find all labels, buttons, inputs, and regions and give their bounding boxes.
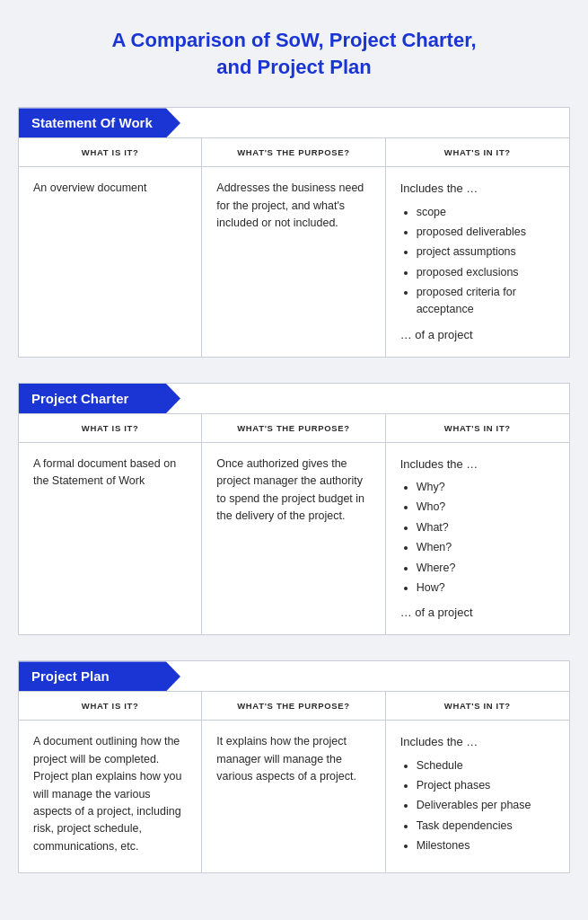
list-item: What? [417,519,555,536]
page-title: A Comparison of SoW, Project Charter, an… [18,27,570,80]
section-charter-title-wrapper: Project Charter [19,384,569,414]
section-sow-includes-label: Includes the … [400,180,555,198]
section-charter-title: Project Charter [19,384,180,413]
list-item: project assumptions [417,243,555,261]
section-charter-col1-content: A formal document based on the Statement… [19,443,202,635]
section-sow-col3-header: WHAT'S IN IT? [386,138,569,167]
list-item: Why? [417,479,555,496]
section-sow-header-row: WHAT IS IT?WHAT'S THE PURPOSE?WHAT'S IN … [19,138,569,167]
title-line1: A Comparison of SoW, Project Charter, [111,29,476,51]
list-item: Project phases [417,777,555,794]
list-item: Where? [417,560,555,577]
section-charter-header-row: WHAT IS IT?WHAT'S THE PURPOSE?WHAT'S IN … [19,414,569,443]
section-plan-items-list: ScheduleProject phasesDeliverables per p… [417,757,555,855]
section-plan-col2-header: WHAT'S THE PURPOSE? [202,692,385,721]
list-item: How? [417,579,555,597]
section-plan-title-wrapper: Project Plan [19,661,569,692]
section-charter-col2-content: Once authorized gives the project manage… [202,443,385,635]
section-plan-header-row: WHAT IS IT?WHAT'S THE PURPOSE?WHAT'S IN … [19,692,569,721]
section-plan: Project PlanWHAT IS IT?WHAT'S THE PURPOS… [18,660,570,873]
list-item: Who? [417,499,555,516]
section-plan-includes-label: Includes the … [400,733,555,751]
section-charter-col2-header: WHAT'S THE PURPOSE? [202,414,385,443]
section-plan-col2-content: It explains how the project manager will… [202,721,385,872]
list-item: proposed deliverables [417,224,555,241]
section-charter-col3-header: WHAT'S IN IT? [386,414,569,443]
list-item: Milestones [417,837,555,854]
section-sow-title: Statement Of Work [19,108,180,137]
section-charter-col3-content: Includes the …Why?Who?What?When?Where?Ho… [386,443,569,635]
section-sow-col1-content: An overview document [19,167,202,357]
section-charter-col1-header: WHAT IS IT? [19,414,202,443]
section-sow-footer: … of a project [400,326,555,344]
section-charter-content-row: A formal document based on the Statement… [19,443,569,635]
section-charter-items-list: Why?Who?What?When?Where?How? [417,479,555,597]
section-plan-col1-header: WHAT IS IT? [19,692,202,721]
section-charter-footer: … of a project [400,604,555,622]
section-plan-col3-header: WHAT'S IN IT? [386,692,569,721]
section-plan-col3-content: Includes the …ScheduleProject phasesDeli… [386,721,569,872]
list-item: Schedule [417,757,555,774]
section-plan-title: Project Plan [19,661,180,691]
section-sow-title-wrapper: Statement Of Work [19,108,569,138]
section-sow-col1-header: WHAT IS IT? [19,138,202,167]
section-charter: Project CharterWHAT IS IT?WHAT'S THE PUR… [18,383,570,636]
section-sow: Statement Of WorkWHAT IS IT?WHAT'S THE P… [18,107,570,358]
section-sow-content-row: An overview documentAddresses the busine… [19,167,569,357]
section-plan-col1-content: A document outlining how the project wil… [19,721,202,872]
page-container: A Comparison of SoW, Project Charter, an… [18,27,570,898]
list-item: Deliverables per phase [417,797,555,814]
section-sow-items-list: scopeproposed deliverablesproject assump… [417,204,555,319]
list-item: scope [417,204,555,221]
list-item: Task dependencies [417,818,555,835]
section-charter-includes-label: Includes the … [400,456,555,473]
list-item: proposed criteria for acceptance [417,284,555,319]
list-item: proposed exclusions [417,264,555,281]
list-item: When? [417,539,555,556]
title-line2: and Project Plan [216,56,371,78]
section-sow-col3-content: Includes the …scopeproposed deliverables… [386,167,569,357]
section-plan-content-row: A document outlining how the project wil… [19,721,569,872]
section-sow-col2-header: WHAT'S THE PURPOSE? [202,138,385,167]
section-sow-col2-content: Addresses the business need for the proj… [202,167,385,357]
sections-container: Statement Of WorkWHAT IS IT?WHAT'S THE P… [18,107,570,873]
